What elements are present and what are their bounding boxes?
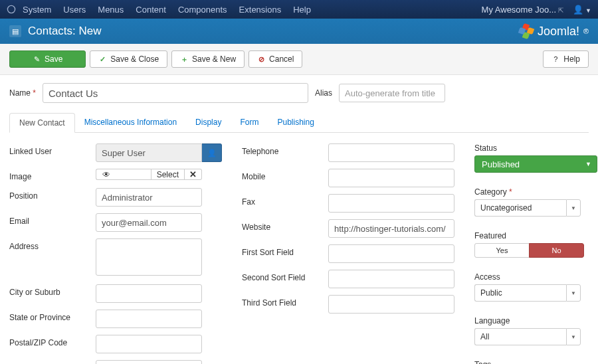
joomla-logo-icon [519, 24, 534, 39]
telephone-input[interactable] [328, 143, 454, 162]
name-label: Name * [9, 88, 36, 98]
user-icon: 👤 [207, 149, 217, 157]
menu-content[interactable]: Content [136, 5, 166, 15]
mobile-input[interactable] [328, 169, 454, 187]
category-label: Category * [474, 187, 594, 197]
fax-input[interactable] [328, 194, 454, 213]
alias-input[interactable] [339, 84, 445, 102]
help-button[interactable]: ?Help [543, 50, 589, 68]
tab-form[interactable]: Form [231, 113, 268, 133]
top-menu-list: System Users Menus Content Components Ex… [23, 5, 311, 15]
state-input[interactable] [96, 310, 202, 328]
joomla-brand: Joomla!® [519, 24, 589, 39]
chevron-down-icon: ▼ [566, 328, 581, 345]
city-input[interactable] [96, 284, 202, 303]
position-input[interactable] [96, 188, 202, 207]
select-user-button[interactable]: 👤 [202, 143, 222, 162]
external-icon: ⇱ [558, 7, 563, 14]
featured-no[interactable]: No [529, 243, 584, 258]
admin-top-menu: System Users Menus Content Components Ex… [0, 0, 598, 19]
name-input[interactable] [43, 83, 308, 103]
telephone-label: Telephone [242, 143, 328, 156]
alias-label: Alias [315, 88, 332, 98]
tab-misc-info[interactable]: Miscellaneous Information [75, 113, 186, 133]
menu-menus[interactable]: Menus [98, 5, 124, 15]
svg-point-0 [7, 5, 15, 13]
image-path [116, 169, 151, 180]
tab-publishing[interactable]: Publishing [268, 113, 323, 133]
language-label: Language [474, 316, 594, 325]
site-link[interactable]: My Awesome Joo...⇱ [482, 5, 563, 15]
contact-card-icon: ▤ [9, 25, 21, 37]
language-select[interactable]: All▼ [474, 328, 581, 345]
address-input[interactable] [96, 238, 202, 276]
tab-new-contact[interactable]: New Contact [9, 113, 75, 133]
eye-icon: 👁 [96, 169, 116, 180]
sort2-input[interactable] [328, 270, 454, 288]
city-label: City or Suburb [9, 284, 96, 297]
website-input[interactable] [328, 219, 454, 238]
sort2-label: Second Sort Field [242, 270, 328, 282]
save-close-button[interactable]: ✓Save & Close [90, 50, 167, 68]
joomla-menu-icon [7, 5, 16, 14]
chevron-down-icon: ▼ [566, 199, 581, 217]
mobile-label: Mobile [242, 169, 328, 181]
save-button[interactable]: ✎Save [9, 50, 86, 68]
menu-extensions[interactable]: Extensions [239, 5, 282, 15]
sort3-label: Third Sort Field [242, 295, 328, 308]
access-select[interactable]: Public▼ [474, 284, 581, 302]
state-label: State or Province [9, 310, 96, 322]
menu-users[interactable]: Users [63, 5, 86, 15]
email-label: Email [9, 213, 96, 226]
check-icon: ✓ [98, 55, 106, 63]
edit-tabs: New Contact Miscellaneous Information Di… [9, 112, 589, 133]
fax-label: Fax [242, 194, 328, 207]
plus-icon: ＋ [180, 55, 188, 63]
menu-components[interactable]: Components [178, 5, 227, 15]
position-label: Position [9, 188, 96, 201]
image-select-button[interactable]: Select [151, 169, 185, 180]
user-menu[interactable]: 👤▼ [573, 5, 591, 15]
website-label: Website [242, 219, 328, 232]
apply-icon: ✎ [33, 55, 41, 63]
address-label: Address [9, 238, 96, 251]
image-clear-button[interactable]: ✕ [185, 169, 202, 180]
status-label: Status [474, 143, 594, 153]
country-input[interactable] [96, 360, 202, 364]
featured-yes[interactable]: Yes [474, 243, 529, 258]
menu-help[interactable]: Help [293, 5, 311, 15]
postal-input[interactable] [96, 335, 202, 353]
help-icon: ? [551, 55, 559, 63]
image-label: Image [9, 169, 96, 181]
linked-user-input [96, 143, 202, 162]
postal-label: Postal/ZIP Code [9, 335, 96, 347]
category-select[interactable]: Uncategorised▼ [474, 199, 581, 217]
email-input[interactable] [96, 213, 202, 232]
sort1-label: First Sort Field [242, 244, 328, 257]
sort1-input[interactable] [328, 244, 454, 263]
status-select[interactable]: Published▼ [474, 155, 597, 173]
cancel-button[interactable]: ⊘Cancel [249, 50, 302, 68]
page-title: Contacts: New [28, 25, 519, 38]
action-toolbar: ✎Save ✓Save & Close ＋Save & New ⊘Cancel … [0, 44, 598, 75]
page-title-bar: ▤ Contacts: New Joomla!® [0, 19, 598, 44]
featured-label: Featured [474, 231, 594, 240]
title-row: Name * Alias [9, 83, 589, 103]
tags-label: Tags [474, 360, 594, 364]
close-icon: ✕ [189, 169, 197, 179]
save-new-button[interactable]: ＋Save & New [171, 50, 245, 68]
chevron-down-icon: ▼ [585, 161, 591, 167]
access-label: Access [474, 272, 594, 282]
menu-system[interactable]: System [23, 5, 51, 15]
cancel-icon: ⊘ [257, 55, 265, 63]
chevron-down-icon: ▼ [566, 284, 581, 302]
linked-user-label: Linked User [9, 143, 96, 156]
tab-display[interactable]: Display [186, 113, 231, 133]
sort3-input[interactable] [328, 295, 454, 314]
country-label: Country [9, 360, 96, 364]
featured-toggle: Yes No [474, 243, 584, 258]
